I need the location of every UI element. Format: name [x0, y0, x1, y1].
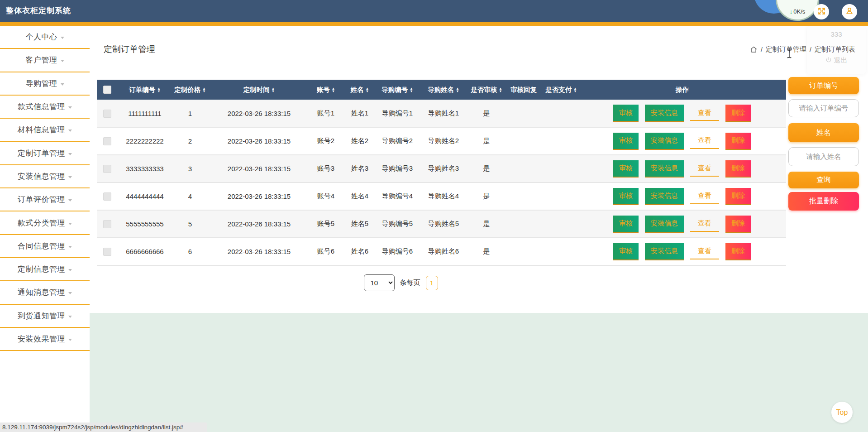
row-checkbox[interactable] [103, 192, 111, 201]
cell-guide_no: 导购编号6 [378, 238, 417, 265]
table-header-row: 订单编号▲▼定制价格▲▼定制时间▲▼账号▲▼姓名▲▼导购编号▲▼导购姓名▲▼是否… [97, 80, 786, 100]
sidebar-item-8[interactable]: 订单评价管理 [0, 188, 90, 211]
sort-icon[interactable]: ▲▼ [157, 87, 160, 93]
row-checkbox[interactable] [103, 110, 111, 118]
user-menu-button[interactable] [842, 4, 857, 19]
sort-icon[interactable]: ▲▼ [202, 87, 205, 93]
breadcrumb-item[interactable]: 定制订单管理 [766, 45, 806, 54]
table-row: 111111111112022-03-26 18:33:15账号1姓名1导购编号… [97, 100, 786, 127]
cell-price: 5 [172, 210, 208, 238]
column-header[interactable]: 导购姓名▲▼ [417, 80, 470, 100]
install-info-button[interactable]: 安装信息 [645, 133, 684, 150]
row-checkbox[interactable] [103, 248, 111, 256]
delete-button[interactable]: 删除 [725, 188, 751, 205]
sidebar-item-14[interactable]: 安装效果管理 [0, 328, 90, 351]
row-checkbox[interactable] [103, 137, 111, 145]
sort-icon[interactable]: ▲▼ [272, 87, 275, 93]
sidebar-item-label: 个人中心 [26, 32, 57, 42]
column-header[interactable]: 定制价格▲▼ [172, 80, 208, 100]
delete-button[interactable]: 删除 [725, 160, 751, 178]
chevron-down-icon [68, 339, 72, 341]
install-info-button[interactable]: 安装信息 [645, 105, 684, 122]
column-header[interactable]: 导购编号▲▼ [378, 80, 417, 100]
sidebar-item-4[interactable]: 款式信息管理 [0, 96, 90, 119]
chevron-down-icon [68, 246, 72, 248]
sidebar-item-2[interactable]: 客户管理 [0, 49, 90, 72]
audit-button[interactable]: 审核 [613, 133, 639, 150]
sidebar-item-7[interactable]: 安装信息管理 [0, 165, 90, 188]
name-label-button[interactable]: 姓名 [788, 123, 859, 142]
sort-icon[interactable]: ▲▼ [499, 87, 502, 93]
row-checkbox[interactable] [103, 220, 111, 228]
delete-button[interactable]: 删除 [725, 216, 751, 233]
cell-guide_name: 导购姓名3 [417, 155, 470, 182]
sort-icon[interactable]: ▲▼ [332, 87, 335, 93]
column-header[interactable]: 账号▲▼ [310, 80, 342, 100]
audit-button[interactable]: 审核 [613, 243, 639, 260]
view-link[interactable]: 查看 [690, 161, 719, 177]
sort-icon[interactable]: ▲▼ [456, 87, 459, 93]
chevron-down-icon [61, 83, 64, 86]
page-size-select[interactable]: 10 [364, 274, 395, 291]
install-info-button[interactable]: 安装信息 [645, 160, 684, 178]
sidebar-item-5[interactable]: 材料信息管理 [0, 119, 90, 142]
row-checkbox-cell [97, 127, 118, 155]
audit-button[interactable]: 审核 [613, 160, 639, 178]
logout-item[interactable]: 退出 [807, 56, 866, 65]
sidebar-item-11[interactable]: 定制信息管理 [0, 258, 90, 281]
sidebar-item-3[interactable]: 导购管理 [0, 72, 90, 96]
batch-delete-button[interactable]: 批量删除 [788, 192, 859, 211]
sidebar-item-label: 合同信息管理 [18, 241, 65, 251]
order-no-label-button[interactable]: 订单编号 [788, 77, 859, 94]
sidebar-item-1[interactable]: 个人中心 [0, 26, 90, 49]
sidebar-item-13[interactable]: 到货通知管理 [0, 305, 90, 328]
column-header[interactable]: 定制时间▲▼ [208, 80, 310, 100]
cell-name: 姓名5 [342, 210, 378, 238]
audit-button[interactable]: 审核 [613, 105, 639, 122]
sort-icon[interactable]: ▲▼ [573, 87, 577, 93]
cell-time: 2022-03-26 18:33:15 [208, 155, 310, 182]
sidebar-item-10[interactable]: 合同信息管理 [0, 235, 90, 258]
query-button[interactable]: 查询 [788, 172, 859, 188]
breadcrumb-item[interactable]: 定制订单列表 [815, 45, 855, 54]
table-body: 111111111112022-03-26 18:33:15账号1姓名1导购编号… [97, 100, 786, 265]
delete-button[interactable]: 删除 [725, 105, 751, 122]
view-link[interactable]: 查看 [690, 106, 719, 121]
chevron-down-icon [68, 316, 72, 318]
sort-icon[interactable]: ▲▼ [366, 87, 369, 93]
column-header[interactable]: 订单编号▲▼ [118, 80, 172, 100]
view-link[interactable]: 查看 [690, 244, 719, 259]
audit-button[interactable]: 审核 [613, 216, 639, 233]
sidebar-item-label: 安装效果管理 [18, 334, 65, 344]
view-link[interactable]: 查看 [690, 216, 719, 232]
fullscreen-button[interactable] [814, 4, 829, 19]
install-info-button[interactable]: 安装信息 [645, 188, 684, 205]
sidebar-item-9[interactable]: 款式分类管理 [0, 211, 90, 235]
home-icon[interactable] [750, 46, 758, 53]
install-info-button[interactable]: 安装信息 [645, 243, 684, 260]
audit-button[interactable]: 审核 [613, 188, 639, 205]
delete-button[interactable]: 删除 [725, 243, 751, 260]
column-header[interactable]: 是否审核▲▼ [470, 80, 503, 100]
cell-time: 2022-03-26 18:33:15 [208, 210, 310, 238]
scroll-top-button[interactable]: Top [831, 402, 853, 423]
view-link[interactable]: 查看 [690, 134, 719, 149]
cell-price: 2 [172, 127, 208, 155]
page-number-button[interactable]: 1 [426, 276, 438, 290]
column-header[interactable]: 姓名▲▼ [342, 80, 378, 100]
cell-reply [503, 182, 544, 210]
delete-button[interactable]: 删除 [725, 133, 751, 150]
row-checkbox[interactable] [103, 165, 111, 173]
sidebar-item-6[interactable]: 定制订单管理 [0, 142, 90, 165]
column-header[interactable]: 是否支付▲▼ [544, 80, 578, 100]
order-no-input[interactable] [788, 99, 859, 117]
cell-guide_name: 导购姓名6 [417, 238, 470, 265]
view-link[interactable]: 查看 [690, 189, 719, 204]
sort-icon[interactable]: ▲▼ [410, 87, 413, 93]
name-input[interactable] [788, 147, 859, 166]
cell-paid [544, 238, 578, 265]
column-label: 是否审核 [471, 86, 497, 93]
select-all-checkbox[interactable] [103, 86, 111, 94]
install-info-button[interactable]: 安装信息 [645, 216, 684, 233]
sidebar-item-12[interactable]: 通知消息管理 [0, 281, 90, 304]
